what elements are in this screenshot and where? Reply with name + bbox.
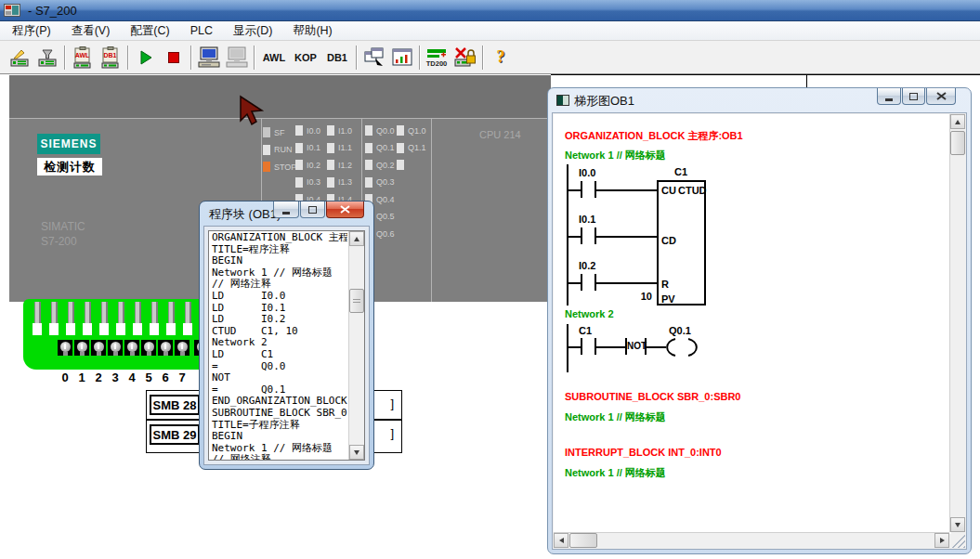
status-led-row: STOP	[263, 162, 296, 172]
stl-code-area[interactable]: ORGANIZATION_BLOCK 主程序:OB1 TITLE=程序注释 BE…	[208, 230, 365, 461]
toolbar-separator	[64, 46, 66, 70]
status-led	[263, 145, 270, 155]
panel-top-band	[9, 75, 551, 118]
io-led	[295, 160, 303, 170]
scroll-left-button[interactable]	[554, 533, 568, 548]
clipboard-db1-icon[interactable]: DB1	[97, 45, 124, 71]
contact-label: I0.0	[579, 167, 595, 178]
io-led	[365, 143, 372, 153]
program-build-icon[interactable]	[33, 45, 61, 71]
ladder-horizontal-scrollbar[interactable]	[554, 532, 949, 548]
bulb-icon	[108, 340, 123, 356]
io-led-label: Q1.1	[408, 143, 426, 152]
io-led	[365, 125, 372, 136]
monitor-online-icon[interactable]	[195, 45, 223, 71]
menu-item[interactable]: 配置(C)	[120, 21, 179, 41]
svg-text:DB1: DB1	[103, 52, 116, 58]
td200-icon[interactable]: TD200	[424, 45, 451, 71]
db1-view-button[interactable]: DB1	[321, 46, 353, 69]
io-led-label: Q0.0	[376, 126, 395, 136]
scroll-down-button[interactable]	[349, 445, 364, 460]
io-led-label: I1.0	[338, 126, 352, 136]
monitor-offline-icon[interactable]	[223, 45, 251, 71]
input-column-i1: I1.0 I1.1 I1.2 I1.3 I1.4	[327, 125, 352, 204]
contact-symbol	[581, 274, 582, 291]
clipboard-awl-icon[interactable]: AWL	[69, 45, 97, 71]
help-icon[interactable]: ?	[487, 45, 515, 71]
wire	[596, 282, 657, 284]
int-block-header: INTERRUPT_BLOCK INT_0:INT0	[565, 447, 722, 458]
close-button[interactable]	[326, 202, 364, 218]
program-block-window: 程序块 (OB1) ORGANIZATION_BLOCK 主程序:OB1 TIT…	[199, 201, 374, 470]
maximize-button[interactable]	[902, 88, 925, 105]
io-led-label: Q1.0	[408, 126, 426, 136]
menu-item[interactable]: 程序(P)	[2, 21, 61, 41]
scroll-thumb[interactable]	[569, 533, 597, 548]
wire	[596, 236, 657, 238]
stop-icon[interactable]	[160, 45, 188, 71]
code-vertical-scrollbar[interactable]	[348, 231, 364, 460]
bulb-icon	[58, 340, 72, 356]
network1-label: Network 1 // 网络标题	[565, 149, 666, 162]
ladder-window-title: 梯形图OB1	[574, 93, 634, 110]
wire	[596, 346, 625, 348]
kop-view-button[interactable]: KOP	[290, 46, 321, 69]
contact-label: C1	[579, 325, 592, 336]
ladder-canvas[interactable]: ORGANIZATION_BLOCK 主程序:OB1 Network 1 // …	[554, 114, 951, 534]
minimize-button[interactable]	[877, 88, 901, 105]
toolbar-separator	[254, 46, 255, 70]
io-led-label: I0.2	[307, 161, 320, 170]
smb29-label: SMB 29	[150, 424, 200, 445]
contact-symbol	[581, 181, 582, 198]
coil-symbol	[666, 337, 698, 358]
bulb-icon	[124, 340, 139, 356]
io-led-row: Q0.3	[365, 177, 395, 188]
scroll-thumb[interactable]	[950, 131, 965, 155]
close-button[interactable]	[926, 88, 956, 105]
menu-item[interactable]: PLC	[180, 22, 223, 39]
program-edit-icon[interactable]	[6, 45, 33, 71]
status-led	[263, 162, 270, 172]
not-label: NOT	[627, 341, 645, 351]
svg-text:AWL: AWL	[75, 52, 90, 58]
pin-pv: PV	[661, 293, 675, 305]
io-led-row: I0.1	[295, 143, 320, 153]
menu-item[interactable]: 查看(V)	[61, 21, 121, 41]
ladder-window: 梯形图OB1 ORGANIZATION_BLOCK 主程序:OB1 Networ…	[547, 87, 972, 554]
io-led	[327, 177, 334, 188]
stl-code-text[interactable]: ORGANIZATION_BLOCK 主程序:OB1 TITLE=程序注释 BE…	[210, 232, 347, 460]
switch-number: 2	[90, 370, 107, 384]
io-led-row: Q0.0	[365, 125, 395, 136]
run-icon[interactable]	[132, 45, 160, 71]
io-led	[397, 125, 404, 136]
ladder-window-icon	[556, 95, 569, 106]
scroll-thumb[interactable]	[349, 289, 364, 313]
ladder-vertical-scrollbar[interactable]	[949, 114, 965, 532]
status-chart-icon[interactable]	[388, 45, 416, 71]
cpu-model-label: CPU 214	[479, 129, 521, 140]
panel-divider-line	[9, 118, 551, 119]
scroll-right-button[interactable]	[934, 533, 949, 548]
maximize-button[interactable]	[300, 202, 325, 218]
s7-200-label: S7-200	[41, 235, 77, 248]
power-rail	[567, 164, 568, 306]
menu-bar: 程序(P)查看(V)配置(C)PLC显示(D)帮助(H)	[0, 21, 980, 41]
io-led	[327, 143, 334, 153]
window-titlebar[interactable]: - S7_200	[0, 0, 980, 21]
menu-item[interactable]: 帮助(H)	[282, 21, 342, 41]
contact-label: I0.1	[579, 214, 595, 225]
simatic-label: SIMATIC	[41, 220, 85, 233]
resize-grip[interactable]	[949, 533, 965, 548]
scroll-up-button[interactable]	[349, 231, 364, 246]
status-led-label: STOP	[274, 162, 296, 172]
bulb-icon	[91, 340, 106, 356]
lock-icon[interactable]	[451, 45, 479, 71]
scroll-down-button[interactable]	[950, 517, 965, 532]
scroll-up-button[interactable]	[950, 114, 965, 129]
awl-view-button[interactable]: AWL	[258, 46, 290, 69]
minimize-button[interactable]	[273, 202, 299, 218]
cascade-windows-icon[interactable]	[360, 45, 388, 71]
switch-number-row: 01234567	[57, 370, 190, 384]
menu-item[interactable]: 显示(D)	[223, 21, 282, 41]
io-led-row: Q0.2	[365, 160, 395, 170]
